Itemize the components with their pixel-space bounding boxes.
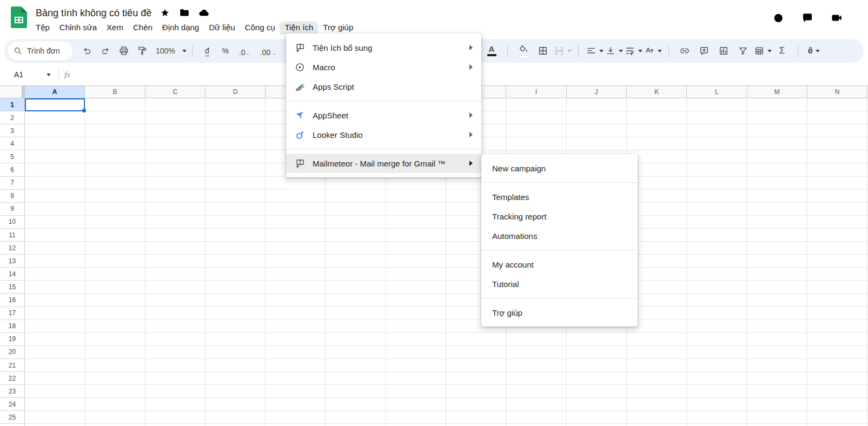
row-header-4[interactable]: 4 [0,137,24,150]
menu-tep[interactable]: Tệp [31,21,55,35]
text-rotation-icon [644,45,655,56]
column-header-l[interactable]: L [687,86,747,98]
name-box[interactable]: A1 [8,68,54,82]
menu-chinh-sua[interactable]: Chỉnh sửa [55,21,102,35]
submenu-item-my-account[interactable]: My account [481,255,638,274]
increase-decimal-button[interactable]: .00→ [256,43,281,59]
version-history-icon[interactable] [772,11,785,24]
addon-icon [294,42,306,54]
row-header-19[interactable]: 19 [0,333,24,346]
cloud-check-icon[interactable] [198,7,210,19]
menu-divider [481,250,638,250]
menu-item-appsheet[interactable]: AppSheet [286,105,481,125]
comments-icon[interactable] [801,11,814,24]
submenu-item-templates[interactable]: Templates [481,187,638,207]
percent-format-button[interactable]: % [216,43,235,59]
paint-format-button[interactable] [133,43,151,59]
currency-format-button[interactable]: đ [198,43,216,59]
move-folder-icon[interactable] [178,7,190,19]
select-all-corner[interactable] [0,85,25,98]
document-title[interactable]: Bảng tính không có tiêu đề [36,8,151,19]
borders-button[interactable] [534,43,552,59]
menu-chen[interactable]: Chèn [128,21,157,35]
text-wrap-button[interactable] [624,43,642,59]
insert-chart-button[interactable] [714,43,733,59]
print-button[interactable] [115,43,133,59]
table-views-button[interactable] [753,43,772,59]
row-header-18[interactable]: 18 [0,320,24,333]
row-header-13[interactable]: 13 [0,255,24,268]
row-header-8[interactable]: 8 [0,190,24,203]
row-header-24[interactable]: 24 [0,398,24,411]
merge-cells-button[interactable] [553,43,572,59]
star-icon[interactable] [159,7,171,19]
menu-item-mailmeteor-mail-merge-for-gmail[interactable]: Mailmeteor - Mail merge for Gmail ™ [286,154,481,173]
menu-item-apps-script[interactable]: Apps Script [286,77,481,96]
row-header-7[interactable]: 7 [0,177,24,190]
column-header-b[interactable]: B [85,86,145,98]
row-header-12[interactable]: 12 [0,242,24,255]
table-icon [754,45,765,56]
column-header-j[interactable]: J [567,86,627,98]
sheets-logo-icon[interactable] [11,6,27,28]
row-header-10[interactable]: 10 [0,216,24,229]
menu-tro-giup[interactable]: Trợ giúp [318,21,358,35]
row-header-15[interactable]: 15 [0,281,24,294]
menu-divider [481,182,638,183]
row-header-14[interactable]: 14 [0,268,24,281]
vertical-align-button[interactable] [605,43,623,59]
row-header-9[interactable]: 9 [0,203,24,216]
column-header-d[interactable]: D [206,86,266,98]
meet-icon[interactable] [830,11,843,24]
column-header-a[interactable]: A [25,86,85,98]
row-header-3[interactable]: 3 [0,124,24,137]
column-header-m[interactable]: M [747,86,807,98]
input-tools-button[interactable]: ê [805,43,823,59]
column-header-c[interactable]: C [145,86,206,98]
row-header-1[interactable]: 1 [0,98,24,111]
menu-xem[interactable]: Xem [102,21,128,35]
undo-button[interactable] [78,43,96,59]
menu-inh-dang[interactable]: Định dạng [157,21,204,35]
submenu-item-tro-giup[interactable]: Trợ giúp [481,303,638,322]
submenu-item-automations[interactable]: Automations [481,226,638,245]
row-header-6[interactable]: 6 [0,164,24,177]
row-header-23[interactable]: 23 [0,385,24,398]
text-rotation-button[interactable] [644,43,662,59]
functions-button[interactable]: Σ [773,43,791,59]
row-header-2[interactable]: 2 [0,111,24,124]
column-header-i[interactable]: I [506,86,566,98]
column-header-k[interactable]: K [627,86,687,98]
row-header-22[interactable]: 22 [0,372,24,385]
menu-tien-ich[interactable]: Tiện ích [280,21,318,35]
row-header-21[interactable]: 21 [0,359,24,372]
submenu-item-new-campaign[interactable]: New campaign [481,158,638,178]
menu-item-looker-studio[interactable]: Looker Studio [286,125,481,144]
row-header-16[interactable]: 16 [0,294,24,307]
row-header-20[interactable]: 20 [0,346,24,359]
column-header-n[interactable]: N [807,86,867,98]
row-header-5[interactable]: 5 [0,150,24,163]
decrease-decimal-button[interactable]: .0← [235,43,256,59]
zoom-button[interactable]: 100% [151,43,187,59]
search-menus-input[interactable]: Trình đơn [8,42,72,60]
horizontal-align-button[interactable] [585,43,604,59]
row-header-11[interactable]: 11 [0,229,24,242]
insert-comment-button[interactable] [695,43,713,59]
redo-button[interactable] [96,43,115,59]
menu-item-tien-ich-bo-sung[interactable]: Tiện ích bổ sung [286,38,481,57]
menu-item-macro[interactable]: Macro [286,57,481,77]
text-color-button[interactable]: A [482,43,501,59]
row-header-25[interactable]: 25 [0,411,24,424]
addon-icon [294,158,306,169]
menu-du-lieu[interactable]: Dữ liệu [204,21,240,35]
submenu-item-tutorial[interactable]: Tutorial [481,274,638,294]
submenu-item-tracking-report[interactable]: Tracking report [481,207,638,226]
submenu-arrow-icon [469,132,475,137]
percent-format-label: % [218,46,233,55]
fill-color-button[interactable] [514,43,533,59]
row-header-17[interactable]: 17 [0,307,24,320]
create-filter-button[interactable] [734,43,752,59]
insert-link-button[interactable] [675,43,694,59]
menu-cong-cu[interactable]: Công cụ [240,21,280,35]
